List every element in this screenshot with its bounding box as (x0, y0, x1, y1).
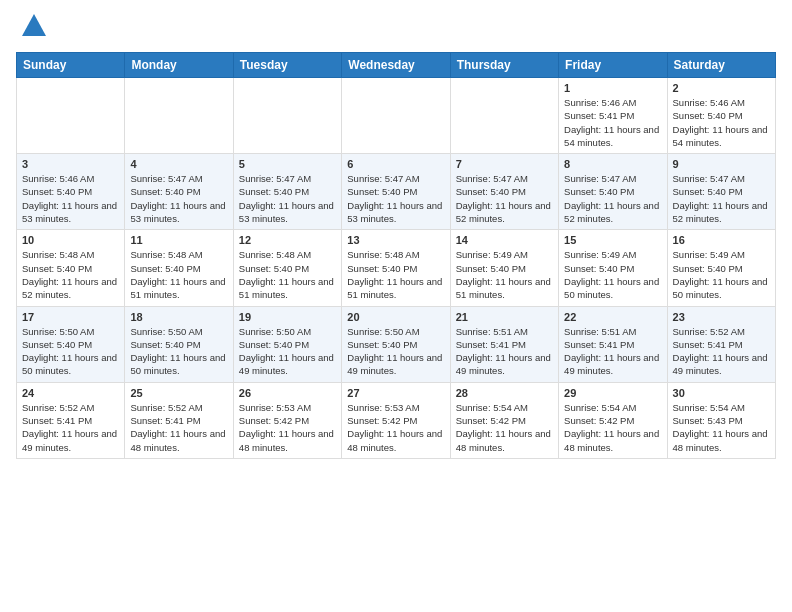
day-number: 5 (239, 158, 336, 170)
day-detail: Sunrise: 5:51 AM Sunset: 5:41 PM Dayligh… (456, 325, 553, 378)
day-detail: Sunrise: 5:47 AM Sunset: 5:40 PM Dayligh… (239, 172, 336, 225)
day-number: 2 (673, 82, 770, 94)
day-detail: Sunrise: 5:49 AM Sunset: 5:40 PM Dayligh… (456, 248, 553, 301)
day-number: 30 (673, 387, 770, 399)
page-header (16, 16, 776, 40)
calendar-cell: 28Sunrise: 5:54 AM Sunset: 5:42 PM Dayli… (450, 382, 558, 458)
calendar-header-friday: Friday (559, 53, 667, 78)
day-number: 9 (673, 158, 770, 170)
day-number: 3 (22, 158, 119, 170)
day-detail: Sunrise: 5:51 AM Sunset: 5:41 PM Dayligh… (564, 325, 661, 378)
day-number: 8 (564, 158, 661, 170)
day-detail: Sunrise: 5:50 AM Sunset: 5:40 PM Dayligh… (130, 325, 227, 378)
calendar-cell: 7Sunrise: 5:47 AM Sunset: 5:40 PM Daylig… (450, 154, 558, 230)
day-detail: Sunrise: 5:49 AM Sunset: 5:40 PM Dayligh… (673, 248, 770, 301)
calendar-week-1: 1Sunrise: 5:46 AM Sunset: 5:41 PM Daylig… (17, 78, 776, 154)
calendar-cell: 14Sunrise: 5:49 AM Sunset: 5:40 PM Dayli… (450, 230, 558, 306)
svg-marker-0 (22, 14, 46, 36)
day-detail: Sunrise: 5:54 AM Sunset: 5:42 PM Dayligh… (564, 401, 661, 454)
day-number: 24 (22, 387, 119, 399)
calendar-cell: 13Sunrise: 5:48 AM Sunset: 5:40 PM Dayli… (342, 230, 450, 306)
day-detail: Sunrise: 5:54 AM Sunset: 5:42 PM Dayligh… (456, 401, 553, 454)
day-detail: Sunrise: 5:47 AM Sunset: 5:40 PM Dayligh… (673, 172, 770, 225)
calendar-cell: 9Sunrise: 5:47 AM Sunset: 5:40 PM Daylig… (667, 154, 775, 230)
day-number: 27 (347, 387, 444, 399)
day-detail: Sunrise: 5:52 AM Sunset: 5:41 PM Dayligh… (130, 401, 227, 454)
day-detail: Sunrise: 5:53 AM Sunset: 5:42 PM Dayligh… (347, 401, 444, 454)
calendar-week-5: 24Sunrise: 5:52 AM Sunset: 5:41 PM Dayli… (17, 382, 776, 458)
day-detail: Sunrise: 5:53 AM Sunset: 5:42 PM Dayligh… (239, 401, 336, 454)
day-number: 21 (456, 311, 553, 323)
calendar-cell: 25Sunrise: 5:52 AM Sunset: 5:41 PM Dayli… (125, 382, 233, 458)
day-number: 28 (456, 387, 553, 399)
day-number: 11 (130, 234, 227, 246)
calendar-week-3: 10Sunrise: 5:48 AM Sunset: 5:40 PM Dayli… (17, 230, 776, 306)
calendar-cell: 17Sunrise: 5:50 AM Sunset: 5:40 PM Dayli… (17, 306, 125, 382)
day-detail: Sunrise: 5:52 AM Sunset: 5:41 PM Dayligh… (22, 401, 119, 454)
day-detail: Sunrise: 5:48 AM Sunset: 5:40 PM Dayligh… (22, 248, 119, 301)
calendar-cell: 6Sunrise: 5:47 AM Sunset: 5:40 PM Daylig… (342, 154, 450, 230)
calendar-cell: 5Sunrise: 5:47 AM Sunset: 5:40 PM Daylig… (233, 154, 341, 230)
calendar-cell: 23Sunrise: 5:52 AM Sunset: 5:41 PM Dayli… (667, 306, 775, 382)
day-number: 10 (22, 234, 119, 246)
calendar-cell (342, 78, 450, 154)
calendar-cell: 18Sunrise: 5:50 AM Sunset: 5:40 PM Dayli… (125, 306, 233, 382)
day-number: 16 (673, 234, 770, 246)
day-number: 26 (239, 387, 336, 399)
day-detail: Sunrise: 5:50 AM Sunset: 5:40 PM Dayligh… (22, 325, 119, 378)
day-detail: Sunrise: 5:48 AM Sunset: 5:40 PM Dayligh… (130, 248, 227, 301)
day-detail: Sunrise: 5:50 AM Sunset: 5:40 PM Dayligh… (347, 325, 444, 378)
day-detail: Sunrise: 5:49 AM Sunset: 5:40 PM Dayligh… (564, 248, 661, 301)
day-number: 6 (347, 158, 444, 170)
calendar-cell: 26Sunrise: 5:53 AM Sunset: 5:42 PM Dayli… (233, 382, 341, 458)
calendar-header-sunday: Sunday (17, 53, 125, 78)
calendar-week-2: 3Sunrise: 5:46 AM Sunset: 5:40 PM Daylig… (17, 154, 776, 230)
day-number: 13 (347, 234, 444, 246)
day-detail: Sunrise: 5:47 AM Sunset: 5:40 PM Dayligh… (347, 172, 444, 225)
day-number: 20 (347, 311, 444, 323)
calendar-cell (450, 78, 558, 154)
day-detail: Sunrise: 5:47 AM Sunset: 5:40 PM Dayligh… (130, 172, 227, 225)
calendar-cell (233, 78, 341, 154)
day-detail: Sunrise: 5:46 AM Sunset: 5:40 PM Dayligh… (673, 96, 770, 149)
calendar-cell (17, 78, 125, 154)
logo (16, 16, 48, 40)
calendar-header-wednesday: Wednesday (342, 53, 450, 78)
calendar-cell: 1Sunrise: 5:46 AM Sunset: 5:41 PM Daylig… (559, 78, 667, 154)
day-number: 14 (456, 234, 553, 246)
calendar-cell: 4Sunrise: 5:47 AM Sunset: 5:40 PM Daylig… (125, 154, 233, 230)
calendar-cell: 27Sunrise: 5:53 AM Sunset: 5:42 PM Dayli… (342, 382, 450, 458)
day-number: 18 (130, 311, 227, 323)
day-detail: Sunrise: 5:47 AM Sunset: 5:40 PM Dayligh… (564, 172, 661, 225)
calendar-cell: 24Sunrise: 5:52 AM Sunset: 5:41 PM Dayli… (17, 382, 125, 458)
day-detail: Sunrise: 5:47 AM Sunset: 5:40 PM Dayligh… (456, 172, 553, 225)
day-number: 4 (130, 158, 227, 170)
day-number: 19 (239, 311, 336, 323)
calendar-cell: 16Sunrise: 5:49 AM Sunset: 5:40 PM Dayli… (667, 230, 775, 306)
day-detail: Sunrise: 5:50 AM Sunset: 5:40 PM Dayligh… (239, 325, 336, 378)
day-detail: Sunrise: 5:46 AM Sunset: 5:40 PM Dayligh… (22, 172, 119, 225)
day-number: 23 (673, 311, 770, 323)
calendar-cell: 30Sunrise: 5:54 AM Sunset: 5:43 PM Dayli… (667, 382, 775, 458)
day-number: 22 (564, 311, 661, 323)
calendar-cell: 3Sunrise: 5:46 AM Sunset: 5:40 PM Daylig… (17, 154, 125, 230)
calendar-table: SundayMondayTuesdayWednesdayThursdayFrid… (16, 52, 776, 459)
calendar-week-4: 17Sunrise: 5:50 AM Sunset: 5:40 PM Dayli… (17, 306, 776, 382)
calendar-cell: 11Sunrise: 5:48 AM Sunset: 5:40 PM Dayli… (125, 230, 233, 306)
logo-icon (20, 12, 48, 40)
day-number: 12 (239, 234, 336, 246)
calendar-cell (125, 78, 233, 154)
calendar-header-row: SundayMondayTuesdayWednesdayThursdayFrid… (17, 53, 776, 78)
calendar-header-tuesday: Tuesday (233, 53, 341, 78)
day-detail: Sunrise: 5:54 AM Sunset: 5:43 PM Dayligh… (673, 401, 770, 454)
calendar-cell: 8Sunrise: 5:47 AM Sunset: 5:40 PM Daylig… (559, 154, 667, 230)
day-number: 7 (456, 158, 553, 170)
day-detail: Sunrise: 5:48 AM Sunset: 5:40 PM Dayligh… (239, 248, 336, 301)
calendar-cell: 10Sunrise: 5:48 AM Sunset: 5:40 PM Dayli… (17, 230, 125, 306)
day-number: 1 (564, 82, 661, 94)
day-number: 15 (564, 234, 661, 246)
calendar-cell: 2Sunrise: 5:46 AM Sunset: 5:40 PM Daylig… (667, 78, 775, 154)
day-detail: Sunrise: 5:48 AM Sunset: 5:40 PM Dayligh… (347, 248, 444, 301)
calendar-cell: 15Sunrise: 5:49 AM Sunset: 5:40 PM Dayli… (559, 230, 667, 306)
day-number: 17 (22, 311, 119, 323)
